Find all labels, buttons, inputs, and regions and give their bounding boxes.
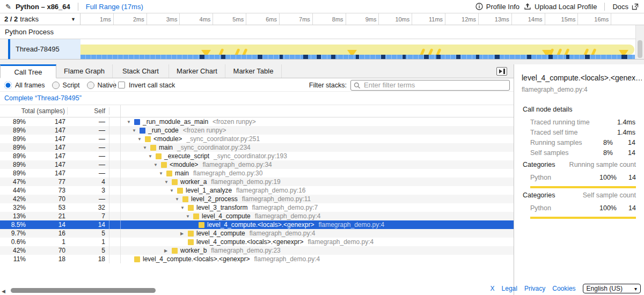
busy-sample-segment: [280, 55, 283, 59]
call-tree-row[interactable]: 89% 147 — ▼ _run_module_as_main <frozen …: [0, 117, 514, 126]
radio-icon[interactable]: [52, 82, 60, 89]
thread-activity-canvas[interactable]: [80, 39, 635, 59]
expand-collapse-icon[interactable]: ▼: [170, 188, 177, 193]
footer-link[interactable]: Privacy: [524, 285, 545, 292]
self-samples-cell: —: [68, 135, 109, 143]
process-track-header[interactable]: Python Process: [0, 25, 644, 39]
call-tree-row[interactable]: 47% 77 4 ▼ worker_a flamegraph_demo.py:1…: [0, 178, 514, 186]
full-range-link[interactable]: Full Range (17ms): [86, 3, 143, 11]
invert-call-stack-checkbox[interactable]: [118, 82, 125, 88]
self-samples-cell: —: [68, 160, 109, 169]
expand-collapse-icon[interactable]: ▼: [153, 163, 161, 167]
language-select[interactable]: English (US) ▾: [583, 284, 641, 293]
timeline-scrollbar-thumb[interactable]: [638, 40, 642, 58]
panel-tab[interactable]: Marker Table: [225, 64, 282, 78]
tracks-count: 2 / 2: [4, 15, 18, 23]
expand-collapse-icon[interactable]: ▼: [164, 180, 172, 185]
function-cell: ▼ level_1_analyze flamegraph_demo.py:16: [121, 187, 305, 194]
sidebar-toggle-button[interactable]: [496, 67, 507, 76]
self-samples-cell: 5: [68, 229, 109, 238]
thread-track-label[interactable]: Thread-78495: [10, 39, 80, 59]
category-square-icon: [161, 162, 167, 168]
invert-call-stack-control[interactable]: Invert call stack: [118, 78, 175, 92]
call-tree-row[interactable]: 32% 53 32 ▼ level_3_transform flamegraph…: [0, 203, 514, 212]
total-percent-cell: 89%: [0, 144, 28, 151]
function-location: flamegraph_demo.py:4: [250, 230, 316, 237]
ruler-tick-label: 11ms: [429, 16, 443, 23]
radio-icon[interactable]: [4, 82, 12, 89]
category-square-icon: [172, 179, 178, 185]
expand-collapse-icon[interactable]: ▼: [148, 154, 156, 159]
profile-info-button[interactable]: Profile Info: [475, 3, 519, 11]
horizontal-scrollbar-thumb[interactable]: [11, 288, 156, 293]
category-strip-cell: [109, 160, 121, 169]
call-tree-row[interactable]: 0.6% 1 1 level_4_compute.<locals>.<genex…: [0, 238, 514, 246]
call-tree-row[interactable]: 89% 147 — ▼ main flamegraph_demo.py:30: [0, 169, 514, 178]
self-samples-cell: 4: [68, 178, 109, 186]
expand-collapse-icon[interactable]: ▶: [164, 248, 172, 253]
radio-icon[interactable]: [87, 82, 94, 89]
call-tree-row[interactable]: 89% 147 — ▼ <module> _sync_coordinator.p…: [0, 135, 514, 143]
ruler-tick: 15ms: [545, 13, 579, 25]
call-tree-row[interactable]: 89% 147 — ▼ _execute_script _sync_coordi…: [0, 152, 514, 160]
call-tree-row[interactable]: 89% 147 — ▼ _run_code <frozen runpy>: [0, 126, 514, 135]
expand-collapse-icon[interactable]: ▶: [180, 231, 188, 236]
frame-filter-radio[interactable]: Script: [52, 82, 80, 89]
footer-link[interactable]: X: [491, 285, 495, 292]
docs-label: Docs: [612, 3, 628, 11]
busy-sample-segment: [258, 55, 262, 59]
scroll-left-arrow-icon[interactable]: ◀: [2, 289, 5, 294]
expand-collapse-icon[interactable]: ▼: [127, 120, 134, 124]
busy-sample-segment: [495, 55, 500, 59]
docs-link[interactable]: Docs: [612, 3, 639, 11]
expand-collapse-icon[interactable]: ▼: [137, 137, 145, 142]
call-tree-row[interactable]: 13% 21 7 ▼ level_4_compute flamegraph_de…: [0, 212, 514, 220]
call-tree-row[interactable]: 42% 70 — ▼ level_2_process flamegraph_de…: [0, 195, 514, 203]
call-tree-row[interactable]: 89% 147 — ▼ main _sync_coordinator.py:23…: [0, 143, 514, 152]
panel-tab[interactable]: Flame Graph: [56, 64, 113, 78]
frame-filter-radio[interactable]: Native: [87, 82, 116, 89]
expand-collapse-icon[interactable]: ▼: [186, 214, 193, 219]
function-location: <frozen runpy>: [183, 127, 226, 134]
call-tree-row[interactable]: 11% 18 18 level_4_compute.<locals>.<gene…: [0, 255, 514, 263]
footer-link[interactable]: Legal: [502, 285, 517, 292]
expand-collapse-icon[interactable]: ▼: [143, 145, 150, 150]
detail-percent: 8%: [591, 149, 613, 157]
call-tree-row[interactable]: 89% 147 — ▼ <module> flamegraph_demo.py:…: [0, 160, 514, 169]
breadcrumb[interactable]: Complete “Thread-78495”: [4, 94, 82, 102]
expand-collapse-icon[interactable]: ▼: [159, 171, 166, 176]
function-cell: ▼ level_4_compute flamegraph_demo.py:4: [121, 212, 320, 220]
ruler-tick: 13ms: [479, 13, 512, 25]
function-cell: ▼ _run_module_as_main <frozen runpy>: [121, 118, 256, 126]
frame-filter-radio[interactable]: All frames: [4, 82, 45, 89]
panel-tab[interactable]: Marker Chart: [169, 64, 225, 78]
ruler-tick-label: 12ms: [462, 16, 476, 23]
call-tree-controls: All frames Script Native Inver: [0, 78, 514, 92]
panel-tab[interactable]: Call Tree: [0, 64, 56, 78]
call-node-details: Traced running time 1.4ms Traced self ti…: [530, 117, 635, 158]
function-location: <frozen runpy>: [213, 118, 256, 126]
call-tree-row[interactable]: 9.7% 16 5 ▶ level_4_compute flamegraph_d…: [0, 229, 514, 238]
ruler-tick: 1ms: [80, 13, 114, 25]
footer-link[interactable]: Cookies: [552, 285, 575, 292]
radio-label: All frames: [15, 82, 45, 89]
function-name: worker_b: [180, 247, 207, 254]
panel-tab[interactable]: Stack Chart: [113, 64, 169, 78]
expand-collapse-icon[interactable]: ▼: [180, 205, 188, 210]
upload-profile-button[interactable]: Upload Local Profile: [524, 3, 597, 11]
edit-profile-name-icon[interactable]: ✎: [5, 3, 11, 11]
total-samples-cell: 77: [28, 178, 68, 186]
category-strip-cell: [109, 212, 121, 220]
expand-collapse-icon[interactable]: ▼: [175, 197, 182, 202]
profile-title: Python – x86_64: [16, 3, 70, 11]
timeline-vertical-scrollbar[interactable]: [635, 25, 644, 59]
total-percent-cell: 42%: [0, 247, 28, 254]
expand-collapse-icon[interactable]: ▼: [132, 128, 140, 133]
tracks-dropdown[interactable]: 2 / 2 tracks ▼: [0, 13, 80, 25]
detail-label: Traced running time: [530, 119, 591, 126]
call-tree-row[interactable]: 42% 70 5 ▶ worker_b flamegraph_demo.py:2…: [0, 246, 514, 255]
call-tree-row[interactable]: 8.5% 14 14 level_4_compute.<locals>.<gen…: [0, 220, 514, 229]
filter-stacks-input[interactable]: [350, 80, 510, 91]
function-name: main: [175, 169, 189, 177]
call-tree-row[interactable]: 44% 73 3 ▼ level_1_analyze flamegraph_de…: [0, 186, 514, 195]
